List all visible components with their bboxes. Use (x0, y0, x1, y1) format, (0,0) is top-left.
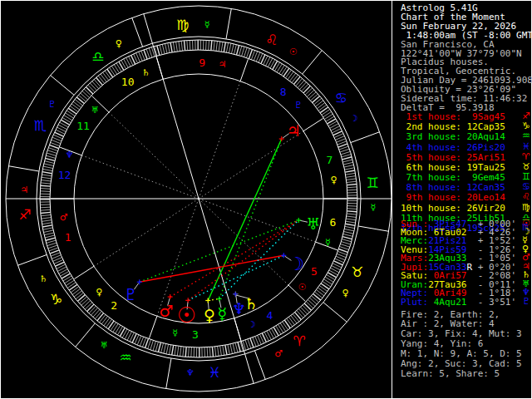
sign-pisces-icon: ♓ (209, 364, 221, 381)
sign-gemini-icon: ♊ (366, 175, 378, 191)
house-ruler-icon: ♆ (66, 150, 74, 160)
degree-tick (42, 223, 52, 224)
sign-taurus-icon: ♉ (351, 264, 363, 280)
degree-tick (161, 343, 164, 353)
degree-tick (115, 325, 120, 333)
sign-ruler-icon: ♇ (47, 99, 56, 110)
degree-tick (338, 144, 347, 147)
degree-tick (155, 342, 158, 352)
house-number: 9 (199, 57, 205, 69)
degree-tick (106, 319, 111, 328)
degree-tick (323, 111, 332, 117)
element-summary-line: Fire: 2, Earth: 2, (401, 310, 500, 319)
house-label: 8th house: (401, 182, 461, 193)
degree-tick (66, 280, 74, 286)
degree-tick (278, 324, 283, 332)
degree-tick (158, 342, 160, 352)
sign-ruler-icon: ♄ (39, 273, 47, 284)
degree-tick (85, 303, 92, 309)
sign-ruler-icon: ☿ (204, 19, 210, 30)
degree-tick (67, 283, 76, 288)
degree-tick (218, 347, 219, 357)
house-number: 2 (111, 299, 117, 312)
house-cusp-row: 7th house: 9Gem45♊ (401, 173, 505, 182)
degree-tick (319, 286, 328, 292)
degree-tick (322, 110, 330, 116)
degree-tick (46, 155, 56, 158)
degree-tick (209, 347, 210, 357)
degree-tick (96, 77, 103, 85)
degree-tick (120, 328, 125, 336)
degree-tick (249, 49, 252, 58)
degree-tick (321, 283, 329, 289)
degree-tick (45, 158, 55, 160)
degree-tick (325, 277, 333, 282)
degree-tick (166, 344, 168, 354)
degree-tick (162, 44, 165, 54)
degree-tick (345, 168, 355, 170)
planet-icon: ♇ (522, 297, 530, 306)
house-cusp-segment (303, 118, 323, 131)
degree-tick (94, 79, 101, 86)
degree-tick (173, 42, 175, 52)
degree-tick (340, 244, 349, 248)
degree-tick (312, 296, 319, 303)
house-cusp-line (199, 81, 240, 199)
degree-tick (44, 233, 54, 235)
degree-tick (79, 297, 86, 303)
degree-tick (42, 172, 52, 174)
degree-tick (105, 71, 111, 79)
house-position: 12Can35 (466, 182, 505, 193)
degree-tick (181, 41, 182, 51)
house-label: 7th house: (401, 172, 461, 183)
degree-tick (102, 72, 108, 81)
degree-tick (164, 344, 166, 354)
degree-tick (45, 235, 55, 238)
degree-tick (314, 98, 322, 105)
sign-ruler-icon: ♀ (116, 38, 122, 49)
degree-tick (41, 214, 51, 215)
degree-tick (317, 290, 324, 296)
planet-position: 4Aqu21 (428, 297, 466, 308)
degree-tick (153, 341, 155, 350)
degree-tick (230, 344, 233, 354)
house-ruler-icon: ♅ (91, 105, 100, 116)
house-cusp-line (81, 155, 199, 199)
sign-capricorn-icon: ♑ (50, 291, 62, 308)
degree-tick (301, 307, 308, 314)
degree-tick (310, 298, 318, 304)
degree-tick (40, 207, 50, 208)
house-number: 7 (326, 154, 332, 166)
degree-tick (104, 318, 110, 326)
degree-tick (238, 342, 240, 352)
degree-tick (84, 89, 91, 96)
sign-boundary (8, 166, 38, 171)
degree-tick (346, 176, 356, 178)
degree-tick (71, 104, 80, 110)
degree-tick (306, 302, 313, 308)
degree-tick (300, 82, 307, 90)
degree-tick (343, 234, 353, 237)
degree-tick (228, 345, 229, 355)
house-cusp-segment (240, 59, 248, 81)
house-number: 3 (192, 328, 199, 341)
degree-tick (324, 279, 332, 284)
degree-tick (279, 65, 284, 73)
degree-tick (64, 278, 72, 283)
degree-tick (342, 160, 352, 162)
house-label: 2nd house: (401, 121, 461, 132)
degree-tick (71, 287, 79, 293)
degree-tick (338, 249, 347, 252)
degree-tick (212, 347, 213, 357)
degree-tick (40, 189, 50, 190)
degree-tick (277, 64, 282, 72)
degree-tick (41, 183, 51, 184)
degree-tick (298, 81, 304, 88)
degree-tick (304, 303, 312, 310)
house-number: 12 (58, 169, 71, 181)
degree-tick (43, 228, 53, 229)
degree-tick (214, 347, 215, 357)
degree-tick (114, 64, 119, 72)
element-summary-line: Air : 2, Water: 4 (401, 319, 495, 328)
degree-tick (303, 86, 310, 93)
